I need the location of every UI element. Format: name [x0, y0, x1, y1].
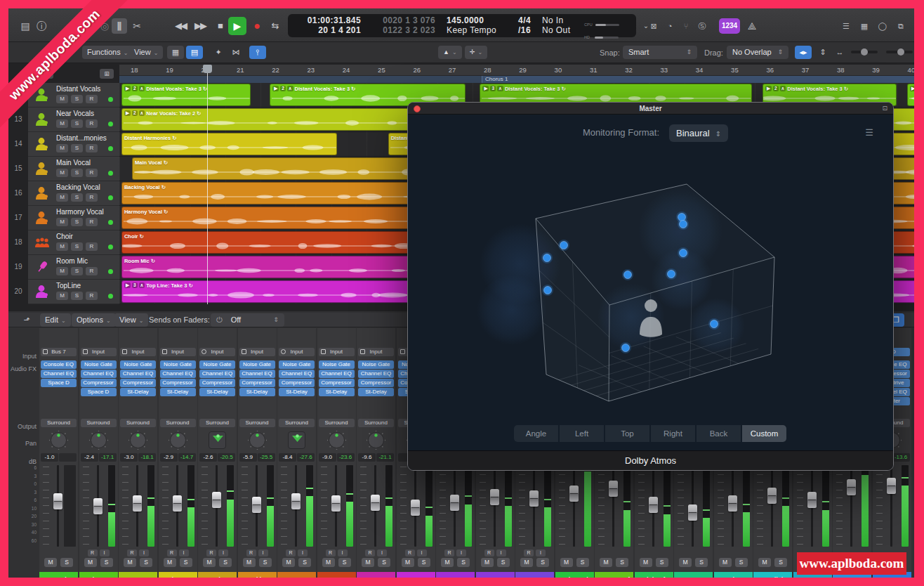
track-header[interactable]: Main VocalMSR [28, 157, 119, 181]
fader-cap[interactable] [411, 500, 420, 516]
channel-name-label[interactable]: Vocoder [476, 572, 515, 578]
fader-zone[interactable] [39, 464, 78, 548]
input-slot[interactable]: Input [160, 348, 196, 356]
region[interactable]: ▶2∧Distant Vocals: Take 3↻ [121, 84, 251, 106]
waveform-zoom-icon[interactable]: ◀▶ [795, 46, 812, 59]
region-play-icon[interactable]: ▶ [765, 86, 772, 91]
input-monitor-button[interactable]: I [179, 549, 189, 556]
record-enable-button[interactable]: R [86, 242, 98, 251]
mute-button[interactable]: M [600, 558, 612, 567]
mute-button[interactable]: M [56, 218, 68, 226]
fader-zone[interactable] [476, 464, 515, 548]
input-slot[interactable]: Input [199, 348, 235, 356]
output-slot[interactable]: Surround [358, 419, 394, 427]
fader-zone[interactable] [198, 464, 237, 548]
solo-button[interactable]: S [60, 558, 73, 567]
solo-button[interactable]: S [71, 292, 83, 300]
mute-button[interactable]: M [441, 558, 454, 567]
functions-menu[interactable]: Functions⌄ [82, 46, 133, 59]
solo-button[interactable]: S [298, 558, 311, 567]
fader-zone[interactable] [555, 464, 594, 548]
grid-view-icon[interactable]: ▦ [167, 46, 184, 59]
lcd-locators[interactable]: 0020 1 3 0760122 3 2 023 [371, 15, 435, 36]
solo-button[interactable]: S [418, 558, 430, 567]
region[interactable]: ▶2∧Distant Vocals: Take 3↻ [907, 84, 914, 106]
channel-strip[interactable]: InputNoise GateChannel EQCompressorSt-De… [119, 328, 157, 578]
channel-strip[interactable]: InputNoise GateChannel EQCompressorSt-De… [357, 328, 395, 578]
record-enable-button[interactable]: R [86, 267, 98, 275]
input-slot[interactable]: Input [120, 348, 156, 356]
fader-cap[interactable] [291, 493, 301, 509]
record-enable-button[interactable]: R [86, 292, 98, 300]
media-library-icon[interactable]: ⧉ [893, 18, 909, 34]
mute-button[interactable]: M [44, 558, 57, 567]
audio-fx-slot[interactable]: Compressor [160, 379, 196, 387]
channel-name-label[interactable]: VocalTextures [39, 572, 78, 578]
audio-fx-slot[interactable]: Noise Gate [81, 360, 117, 369]
window-link-icon[interactable]: ⊡ [882, 105, 887, 112]
channel-name-label[interactable]: Tenor [436, 572, 475, 578]
record-button[interactable]: R [246, 549, 256, 556]
input-slot[interactable]: Input [279, 348, 315, 356]
input-slot[interactable]: Input [319, 348, 355, 356]
channel-name-label[interactable]: DistantHarmonies [159, 572, 197, 578]
fader-zone[interactable] [753, 464, 792, 548]
fader-cap[interactable] [173, 495, 182, 512]
fader-zone[interactable] [317, 464, 356, 548]
audio-fx-slot[interactable]: Channel EQ [358, 370, 394, 378]
channel-name-label[interactable]: MoonlightArk [753, 572, 792, 578]
note-pad-icon[interactable]: ▦ [857, 18, 872, 34]
flex-icon[interactable]: ⫯ [249, 46, 266, 59]
fader-zone[interactable] [238, 464, 277, 548]
fader-zone[interactable] [674, 464, 713, 548]
list-view-icon[interactable]: ▤ [186, 46, 203, 59]
audio-fx-slot[interactable]: Channel EQ [279, 370, 315, 378]
pan-knob[interactable] [367, 431, 385, 450]
pointer-tool-menu[interactable]: ▲⌄ [438, 46, 462, 59]
output-slot[interactable]: Surround [239, 419, 275, 427]
mixer-options-menu[interactable]: Options⌄ [72, 313, 116, 327]
metronome-icon[interactable]: ⟁ [744, 18, 760, 34]
channel-name-label[interactable]: TopLine [397, 572, 435, 578]
audio-fx-slot[interactable]: Noise Gate [319, 360, 355, 369]
vertical-zoom-slider[interactable] [851, 51, 878, 53]
marker-lane[interactable]: Chorus 1 [119, 76, 914, 83]
close-icon[interactable] [414, 105, 421, 112]
solo-button[interactable]: S [71, 242, 83, 251]
fader-cap[interactable] [728, 495, 737, 512]
fader-zone[interactable] [277, 464, 316, 548]
lcd-performance-meters[interactable]: CPU HD [584, 15, 621, 36]
secondary-tool-menu[interactable]: ✛⌄ [465, 46, 487, 59]
atmos-object-dot[interactable] [678, 219, 689, 230]
output-slot[interactable]: Surround [319, 419, 355, 427]
mute-button[interactable]: M [560, 558, 573, 567]
audio-fx-slot[interactable]: St-Delay [239, 388, 275, 396]
channel-strip[interactable]: InputNoise GateChannel EQCompressorSt-De… [159, 328, 197, 578]
horizontal-zoom-icon[interactable]: ↔ [831, 46, 848, 59]
play-button[interactable]: ▶ [228, 17, 246, 35]
solo-icon[interactable]: Ⓢ [694, 18, 710, 34]
channel-name-label[interactable]: Choir [317, 572, 356, 578]
view-button-left[interactable]: Left [560, 425, 604, 442]
forward-button[interactable]: ▶▶ [191, 17, 209, 35]
atmos-object-dot[interactable] [678, 247, 689, 259]
atmos-object-dot[interactable] [620, 342, 631, 353]
record-button[interactable]: R [167, 549, 177, 556]
mute-button[interactable]: M [164, 558, 176, 567]
solo-button[interactable]: S [656, 558, 668, 567]
atmos-3d-view[interactable] [408, 103, 894, 471]
lcd-time-signature[interactable]: 4/4/16 [508, 15, 531, 36]
solo-button[interactable]: S [695, 558, 708, 567]
fader-cap[interactable] [807, 492, 817, 508]
region-play-icon[interactable]: ▶ [124, 110, 131, 116]
audio-fx-slot[interactable]: Noise Gate [239, 360, 275, 369]
solo-button[interactable]: S [140, 558, 152, 567]
mute-button[interactable]: M [402, 558, 414, 567]
audio-fx-slot[interactable]: Space D [41, 379, 77, 387]
vertical-zoom-icon[interactable]: ⇕ [814, 46, 831, 59]
audio-fx-slot[interactable]: St-Delay [120, 388, 156, 396]
record-enable-button[interactable]: R [86, 169, 98, 177]
audio-fx-slot[interactable]: Compressor [239, 379, 275, 387]
lcd-tempo[interactable]: 145.0000Keep Tempo [447, 15, 501, 36]
drag-select[interactable]: No Overlap⇕ [727, 46, 788, 59]
